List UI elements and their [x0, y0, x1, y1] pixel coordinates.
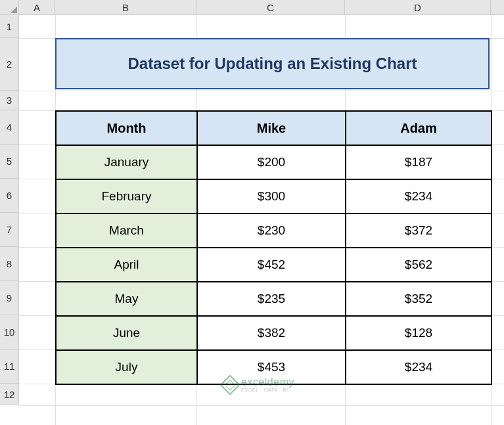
table-row: January$200$187 — [56, 145, 492, 179]
gridline — [19, 91, 504, 91]
row-header-6[interactable]: 6 — [0, 179, 18, 213]
table-header-cell[interactable]: Adam — [346, 111, 492, 145]
table-row: April$452$562 — [56, 248, 492, 282]
row-header-2[interactable]: 2 — [0, 38, 18, 91]
value-cell[interactable]: $234 — [346, 350, 492, 384]
value-cell[interactable]: $230 — [197, 213, 346, 248]
value-cell[interactable]: $187 — [346, 145, 492, 179]
title-cell[interactable]: Dataset for Updating an Existing Chart — [55, 38, 490, 89]
table-header-cell[interactable]: Month — [56, 111, 197, 145]
select-all-button[interactable] — [0, 0, 19, 15]
value-cell[interactable]: $235 — [197, 282, 346, 316]
value-cell[interactable]: $562 — [346, 248, 492, 282]
row-headers: 123456789101112 — [0, 15, 19, 405]
row-header-7[interactable]: 7 — [0, 213, 18, 247]
table-row: June$382$128 — [56, 316, 492, 350]
month-cell[interactable]: July — [56, 350, 197, 384]
row-header-3[interactable]: 3 — [0, 91, 18, 110]
month-cell[interactable]: January — [56, 145, 197, 179]
title-text: Dataset for Updating an Existing Chart — [127, 55, 417, 73]
value-cell[interactable]: $372 — [346, 213, 492, 248]
table-header-row: MonthMikeAdam — [56, 111, 492, 145]
watermark-main: exceldemy — [241, 377, 294, 388]
data-table: MonthMikeAdamJanuary$200$187February$300… — [55, 110, 492, 385]
value-cell[interactable]: $352 — [346, 282, 492, 316]
row-header-4[interactable]: 4 — [0, 110, 18, 145]
gridline — [19, 405, 504, 406]
watermark: exceldemy EXCEL · DATA · BI — [223, 377, 294, 392]
column-header-d[interactable]: D — [345, 0, 491, 14]
value-cell[interactable]: $200 — [197, 145, 346, 179]
table-row: February$300$234 — [56, 179, 492, 213]
month-cell[interactable]: May — [56, 282, 197, 316]
worksheet-grid[interactable]: Dataset for Updating an Existing Chart M… — [19, 15, 504, 425]
value-cell[interactable]: $128 — [346, 316, 492, 350]
row-header-12[interactable]: 12 — [0, 384, 18, 405]
watermark-text: exceldemy EXCEL · DATA · BI — [241, 377, 294, 392]
row-header-9[interactable]: 9 — [0, 281, 18, 315]
watermark-sub: EXCEL · DATA · BI — [241, 388, 294, 392]
column-header-c[interactable]: C — [196, 0, 345, 14]
row-header-5[interactable]: 5 — [0, 145, 18, 179]
column-header-a[interactable]: A — [19, 0, 55, 14]
watermark-icon — [219, 374, 240, 395]
month-cell[interactable]: March — [56, 213, 197, 248]
column-header-b[interactable]: B — [55, 0, 196, 14]
value-cell[interactable]: $234 — [346, 179, 492, 213]
month-cell[interactable]: June — [56, 316, 197, 350]
column-headers: ABCD — [19, 0, 504, 15]
value-cell[interactable]: $300 — [197, 179, 346, 213]
table-row: March$230$372 — [56, 213, 492, 248]
row-header-8[interactable]: 8 — [0, 247, 18, 281]
month-cell[interactable]: February — [56, 179, 197, 213]
table-row: May$235$352 — [56, 282, 492, 316]
row-header-11[interactable]: 11 — [0, 349, 18, 384]
month-cell[interactable]: April — [56, 248, 197, 282]
table-header-cell[interactable]: Mike — [197, 111, 346, 145]
value-cell[interactable]: $452 — [197, 248, 346, 282]
row-header-1[interactable]: 1 — [0, 15, 18, 38]
value-cell[interactable]: $382 — [197, 316, 346, 350]
row-header-10[interactable]: 10 — [0, 315, 18, 349]
